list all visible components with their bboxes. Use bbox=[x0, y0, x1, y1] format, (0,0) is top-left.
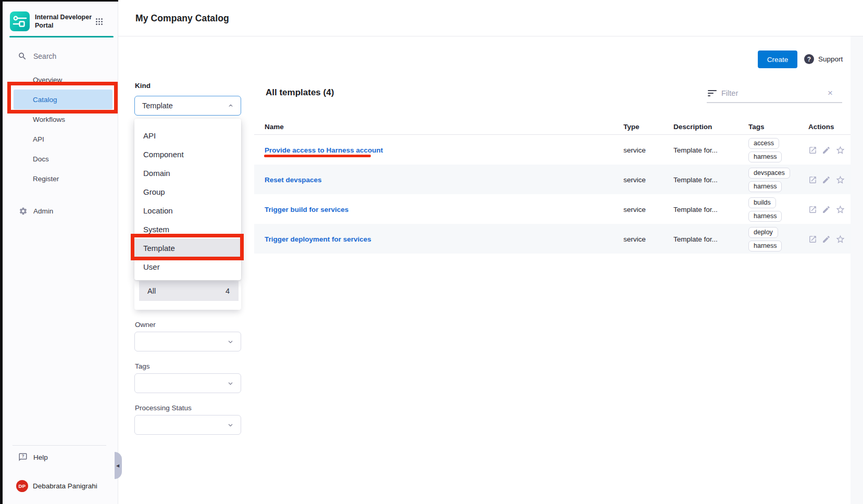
row-tags: buildsharness bbox=[745, 194, 805, 225]
open-in-new-icon[interactable] bbox=[808, 205, 817, 214]
user-name: Debabrata Panigrahi bbox=[33, 482, 97, 490]
chevron-down-icon bbox=[227, 338, 234, 346]
sidebar-nav-item[interactable]: Catalog bbox=[14, 90, 112, 109]
create-button[interactable]: Create bbox=[758, 51, 797, 68]
search-icon bbox=[18, 52, 27, 61]
star-icon[interactable] bbox=[835, 175, 845, 185]
sidebar-nav-item[interactable]: API bbox=[14, 129, 112, 149]
sidebar-item-help[interactable]: ? Help bbox=[18, 451, 48, 463]
window-edge-top bbox=[0, 0, 118, 2]
kind-option[interactable]: Component bbox=[134, 145, 241, 163]
sidebar-collapse-handle[interactable]: ◀ bbox=[115, 452, 122, 479]
filter-input[interactable] bbox=[721, 86, 820, 100]
sidebar-nav-item[interactable]: Overview bbox=[14, 70, 112, 90]
sidebar-nav-item[interactable]: Docs bbox=[14, 149, 112, 169]
table-row: Reset devspaces service Template for... … bbox=[254, 165, 851, 194]
processing-status-select[interactable] bbox=[134, 415, 241, 435]
edit-icon[interactable] bbox=[822, 235, 831, 244]
avatar: DP bbox=[16, 480, 28, 492]
support-button[interactable]: ? Support bbox=[804, 54, 843, 64]
star-icon[interactable] bbox=[835, 205, 845, 215]
column-header-type[interactable]: Type bbox=[620, 123, 670, 131]
apps-grid-icon[interactable] bbox=[96, 18, 104, 26]
chevron-down-icon bbox=[227, 380, 234, 387]
row-tags: deployharness bbox=[745, 224, 805, 255]
table-row: Provide access to Harness account servic… bbox=[254, 135, 851, 165]
tag-chip: harness bbox=[748, 181, 782, 192]
sidebar-nav-item[interactable]: Workflows bbox=[14, 109, 112, 129]
chevron-down-icon bbox=[227, 421, 234, 429]
brand-divider bbox=[9, 36, 114, 37]
open-in-new-icon[interactable] bbox=[808, 175, 817, 184]
row-actions bbox=[805, 145, 851, 155]
row-type: service bbox=[620, 176, 670, 184]
row-type: service bbox=[620, 235, 670, 243]
sidebar-divider bbox=[12, 445, 106, 446]
open-in-new-icon[interactable] bbox=[808, 146, 817, 155]
edit-icon[interactable] bbox=[822, 175, 831, 184]
template-name-link[interactable]: Trigger deployment for services bbox=[265, 235, 371, 243]
row-description: Template for... bbox=[670, 146, 745, 154]
column-header-tags[interactable]: Tags bbox=[745, 123, 805, 131]
column-header-name[interactable]: Name bbox=[254, 123, 620, 131]
tag-chip: harness bbox=[748, 152, 782, 162]
tag-chip: deploy bbox=[748, 227, 778, 238]
open-in-new-icon[interactable] bbox=[808, 235, 817, 244]
table-filter: × bbox=[707, 84, 842, 103]
portal-title: Internal Developer Portal bbox=[35, 11, 93, 30]
owner-select[interactable] bbox=[134, 332, 241, 351]
kind-option[interactable]: Template bbox=[134, 238, 241, 257]
tag-chip: builds bbox=[748, 197, 776, 208]
tag-chip: devspaces bbox=[748, 168, 790, 179]
clear-filter-icon[interactable]: × bbox=[828, 87, 833, 99]
owner-label: Owner bbox=[135, 321, 156, 329]
kind-option[interactable]: Location bbox=[134, 201, 241, 220]
kind-option[interactable]: User bbox=[134, 257, 241, 276]
search-label: Search bbox=[33, 52, 56, 60]
kind-option[interactable]: Group bbox=[134, 182, 241, 201]
template-name-link[interactable]: Reset devspaces bbox=[265, 176, 322, 184]
row-actions bbox=[805, 234, 851, 244]
kind-option[interactable]: System bbox=[134, 220, 241, 238]
edit-icon[interactable] bbox=[822, 146, 831, 155]
table-row: Trigger build for services service Templ… bbox=[254, 194, 851, 224]
row-tags: devspacesharness bbox=[745, 165, 805, 195]
edit-icon[interactable] bbox=[822, 205, 831, 214]
collapse-arrow-icon: ◀ bbox=[116, 463, 119, 468]
star-icon[interactable] bbox=[835, 234, 845, 244]
logo: Internal Developer Portal bbox=[10, 11, 93, 31]
column-header-actions: Actions bbox=[805, 123, 851, 131]
row-type: service bbox=[620, 146, 670, 154]
row-description: Template for... bbox=[670, 235, 745, 243]
tag-chip: harness bbox=[748, 241, 782, 251]
table-row: Trigger deployment for services service … bbox=[254, 224, 851, 254]
help-chat-icon: ? bbox=[18, 452, 28, 462]
user-menu[interactable]: DP Debabrata Panigrahi bbox=[16, 480, 97, 492]
sidebar-item-admin[interactable]: Admin bbox=[19, 205, 53, 217]
star-icon[interactable] bbox=[835, 145, 845, 155]
tags-select[interactable] bbox=[134, 373, 241, 393]
row-tags: accessharness bbox=[745, 135, 805, 166]
kind-option[interactable]: Domain bbox=[134, 163, 241, 182]
tag-chip: harness bbox=[748, 211, 782, 222]
filter-icon bbox=[708, 90, 717, 98]
template-name-link[interactable]: Trigger build for services bbox=[265, 206, 348, 213]
kind-count-all-row[interactable]: All 4 bbox=[139, 281, 239, 301]
all-label: All bbox=[147, 287, 156, 295]
kind-option[interactable]: API bbox=[134, 126, 241, 145]
support-label: Support bbox=[818, 55, 843, 63]
sidebar: Internal Developer Portal Search Overvie… bbox=[0, 0, 118, 504]
template-name-link[interactable]: Provide access to Harness account bbox=[265, 146, 383, 154]
kind-select[interactable]: Template bbox=[134, 96, 241, 116]
row-description: Template for... bbox=[670, 176, 745, 184]
sidebar-nav: Overview Catalog Workflows API Docs Regi… bbox=[0, 70, 118, 188]
row-actions bbox=[805, 175, 851, 185]
tags-label: Tags bbox=[135, 362, 150, 370]
kind-select-value: Template bbox=[142, 102, 227, 110]
row-type: service bbox=[620, 206, 670, 213]
kind-label: Kind bbox=[135, 82, 151, 90]
column-header-description[interactable]: Description bbox=[670, 123, 745, 131]
sidebar-nav-item[interactable]: Register bbox=[14, 169, 112, 188]
kind-dropdown: API Component Domain Group Location Syst… bbox=[134, 119, 241, 280]
sidebar-search[interactable]: Search bbox=[18, 50, 56, 62]
